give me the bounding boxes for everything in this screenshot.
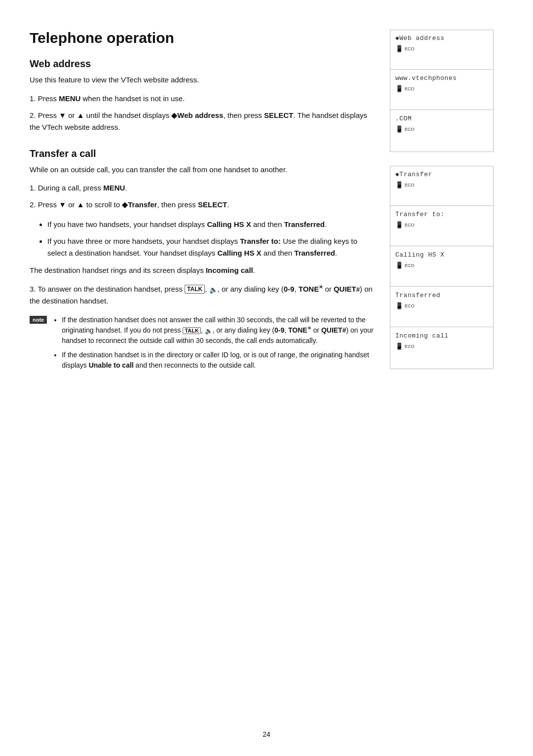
screen-text: Calling HS X bbox=[395, 251, 488, 259]
eco-indicator: 📱 ECO bbox=[395, 85, 488, 92]
step-item-3: 3. To answer on the destination handset,… bbox=[30, 283, 375, 307]
bullet-item: If you have three or more handsets, your… bbox=[47, 235, 375, 259]
phone-symbol: 📱 bbox=[395, 85, 403, 92]
page-container: Telephone operation Web address Use this… bbox=[0, 0, 533, 404]
note-box: note If the destination handset does not… bbox=[30, 315, 375, 375]
page-number: 24 bbox=[0, 730, 533, 738]
eco-text: ECO bbox=[405, 46, 415, 51]
eco-indicator: 📱 ECO bbox=[395, 125, 488, 133]
eco-indicator: 📱 ECO bbox=[395, 302, 488, 309]
web-address-steps: 1. Press MENU when the handset is not in… bbox=[30, 93, 375, 133]
eco-text: ECO bbox=[405, 183, 415, 188]
eco-text: ECO bbox=[405, 223, 415, 227]
phone-symbol: 📱 bbox=[395, 302, 403, 309]
step-item: 2. Press ▼ or ▲ to scroll to ◆Transfer, … bbox=[30, 199, 375, 211]
transfer-bullets: If you have two handsets, your handset d… bbox=[47, 219, 375, 259]
note-item: If the destination handset does not answ… bbox=[62, 315, 375, 346]
eco-indicator: 📱 ECO bbox=[395, 262, 488, 269]
step-text: 3. To answer on the destination handset,… bbox=[30, 285, 373, 305]
note-item: If the destination handset is in the dir… bbox=[62, 350, 375, 371]
screen-text: ◆Web address bbox=[395, 34, 488, 42]
section-title-web-address: Web address bbox=[30, 58, 375, 70]
vol-icon-note: 🔈 bbox=[205, 327, 213, 334]
vol-icon: 🔈 bbox=[209, 285, 218, 293]
step-text: 1. During a call, press MENU. bbox=[30, 184, 127, 192]
eco-text: ECO bbox=[405, 127, 415, 132]
sidebar-group-transfer: ◆Transfer 📱 ECO Transfer to: 📱 ECO Calli… bbox=[390, 166, 494, 369]
talk-icon: TALK bbox=[185, 285, 205, 294]
main-content: Telephone operation Web address Use this… bbox=[30, 30, 375, 375]
screen-text: Transferred bbox=[395, 292, 488, 299]
sidebar-group-web: ◆Web address 📱 ECO www.vtechphones 📱 ECO… bbox=[390, 30, 494, 152]
bullet-item: If you have two handsets, your handset d… bbox=[47, 219, 375, 230]
phone-screen: www.vtechphones 📱 ECO bbox=[390, 71, 493, 110]
phone-screen: .COM 📱 ECO bbox=[390, 111, 493, 151]
sidebar: ◆Web address 📱 ECO www.vtechphones 📱 ECO… bbox=[390, 30, 494, 375]
eco-indicator: 📱 ECO bbox=[395, 221, 488, 228]
step-text: 1. Press MENU when the handset is not in… bbox=[30, 94, 185, 103]
step-text: 2. Press ▼ or ▲ until the handset displa… bbox=[30, 111, 367, 131]
section-transfer-call: Transfer a call While on an outside call… bbox=[30, 148, 375, 375]
phone-symbol: 📱 bbox=[395, 125, 403, 133]
phone-screen: Transferred 📱 ECO bbox=[390, 288, 493, 327]
step-item: 1. During a call, press MENU. bbox=[30, 182, 375, 194]
phone-symbol: 📱 bbox=[395, 342, 403, 350]
web-address-intro: Use this feature to view the VTech websi… bbox=[30, 75, 375, 86]
screen-text: ◆Transfer bbox=[395, 170, 488, 178]
eco-indicator: 📱 ECO bbox=[395, 181, 488, 189]
phone-symbol: 📱 bbox=[395, 181, 403, 189]
note-content: If the destination handset does not answ… bbox=[53, 315, 375, 375]
section-web-address: Web address Use this feature to view the… bbox=[30, 58, 375, 133]
phone-screen: ◆Transfer 📱 ECO bbox=[390, 166, 493, 206]
section-title-transfer: Transfer a call bbox=[30, 148, 375, 159]
mid-text: The destination handset rings and its sc… bbox=[30, 265, 375, 276]
phone-symbol: 📱 bbox=[395, 262, 403, 269]
phone-screen: ◆Web address 📱 ECO bbox=[390, 30, 493, 70]
phone-screen: Calling HS X 📱 ECO bbox=[390, 247, 493, 287]
step-text: 2. Press ▼ or ▲ to scroll to ◆Transfer, … bbox=[30, 200, 229, 209]
step3-container: 3. To answer on the destination handset,… bbox=[30, 283, 375, 307]
screen-text: Transfer to: bbox=[395, 211, 488, 218]
eco-text: ECO bbox=[405, 263, 415, 268]
eco-text: ECO bbox=[405, 303, 415, 308]
page-title: Telephone operation bbox=[30, 30, 375, 46]
phone-screen: Transfer to: 📱 ECO bbox=[390, 207, 493, 246]
note-label: note bbox=[30, 316, 47, 324]
step-item: 2. Press ▼ or ▲ until the handset displa… bbox=[30, 110, 375, 133]
phone-screen: Incoming call 📱 ECO bbox=[390, 328, 493, 368]
transfer-steps: 1. During a call, press MENU. 2. Press ▼… bbox=[30, 182, 375, 211]
step-item: 1. Press MENU when the handset is not in… bbox=[30, 93, 375, 105]
screen-text: .COM bbox=[395, 115, 488, 122]
eco-indicator: 📱 ECO bbox=[395, 45, 488, 52]
screen-text: Incoming call bbox=[395, 332, 488, 340]
phone-symbol: 📱 bbox=[395, 45, 403, 52]
note-list: If the destination handset does not answ… bbox=[62, 315, 375, 371]
transfer-intro: While on an outside call, you can transf… bbox=[30, 164, 375, 176]
eco-indicator: 📱 ECO bbox=[395, 342, 488, 350]
phone-symbol: 📱 bbox=[395, 221, 403, 228]
talk-icon-note: TALK bbox=[183, 327, 201, 334]
screen-text: www.vtechphones bbox=[395, 75, 488, 82]
eco-text: ECO bbox=[405, 86, 415, 91]
eco-text: ECO bbox=[405, 344, 415, 349]
